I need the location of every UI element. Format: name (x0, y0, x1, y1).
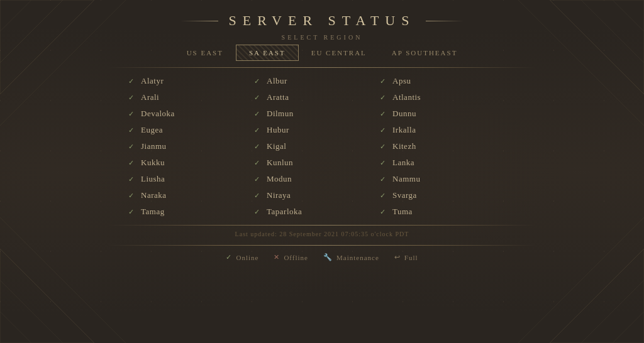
server-name: Eugea (141, 125, 163, 135)
status-check-icon: ✓ (254, 208, 262, 216)
server-name: Jianmu (141, 141, 167, 151)
server-name: Arali (141, 92, 159, 102)
server-name: Kunlun (267, 158, 293, 168)
status-check-icon: ✓ (254, 175, 262, 183)
page-title: SERVER STATUS (180, 13, 463, 29)
server-name: Tuma (392, 207, 413, 217)
tab-eu-central[interactable]: EU CENTRAL (299, 45, 379, 60)
server-item: ✓Aratta (247, 89, 372, 106)
server-name: Apsu (392, 76, 411, 86)
maintenance-label: Maintenance (336, 254, 379, 261)
server-item: ✓Arali (121, 89, 247, 106)
server-item: ✓Hubur (247, 122, 372, 138)
server-name: Svarga (392, 190, 417, 200)
legend-offline: ✕ Offline (274, 253, 308, 261)
status-check-icon: ✓ (254, 159, 262, 167)
status-check-icon: ✓ (128, 192, 136, 200)
server-item: ✓Albur (247, 73, 372, 89)
status-check-icon: ✓ (128, 143, 136, 151)
server-name: Kukku (141, 158, 165, 168)
status-check-icon: ✓ (380, 192, 387, 200)
server-item: ✓Modun (247, 171, 372, 187)
status-check-icon: ✓ (380, 126, 387, 134)
server-item: ✓Lanka (372, 155, 498, 171)
server-item: ✓Irkalla (372, 122, 498, 138)
server-item: ✓Nammu (372, 171, 498, 187)
servers-grid: ✓Alatyr✓Albur✓Apsu✓Arali✓Aratta✓Atlantis… (121, 73, 523, 220)
tab-sa-east[interactable]: SA EAST (236, 45, 299, 61)
tab-ap-southeast[interactable]: AP SOUTHEAST (379, 45, 470, 60)
server-name: Nammu (392, 174, 420, 184)
server-item: ✓Svarga (372, 187, 498, 204)
server-item: ✓Alatyr (121, 73, 247, 89)
legend-maintenance: 🔧 Maintenance (323, 253, 379, 261)
title-line-left (180, 21, 218, 21)
status-check-icon: ✓ (254, 126, 262, 134)
server-name: Hubur (267, 125, 289, 135)
server-item: ✓Kigal (247, 138, 372, 155)
select-region-label: SELECT REGION (282, 34, 363, 41)
status-check-icon: ✓ (128, 77, 136, 85)
region-tabs: US EAST SA EAST EU CENTRAL AP SOUTHEAST (174, 45, 470, 61)
offline-icon: ✕ (274, 253, 280, 261)
server-name: Modun (267, 174, 292, 184)
server-item: ✓Atlantis (372, 89, 498, 106)
server-item: ✓Apsu (372, 73, 498, 89)
server-name: Taparloka (267, 207, 302, 217)
server-item: ✓Devaloka (121, 106, 247, 122)
server-name: Liusha (141, 174, 165, 184)
server-item: ✓Jianmu (121, 138, 247, 155)
offline-label: Offline (284, 254, 308, 261)
page-container: SERVER STATUS SELECT REGION US EAST SA E… (0, 0, 644, 343)
server-name: Tamag (141, 207, 165, 217)
server-name: Devaloka (141, 109, 175, 119)
status-check-icon: ✓ (128, 208, 136, 216)
status-check-icon: ✓ (380, 110, 387, 118)
status-check-icon: ✓ (128, 110, 136, 118)
status-check-icon: ✓ (128, 94, 136, 102)
status-check-icon: ✓ (380, 94, 387, 102)
legend-online: ✓ Online (226, 253, 258, 261)
server-name: Aratta (267, 92, 289, 102)
status-check-icon: ✓ (254, 77, 262, 85)
status-check-icon: ✓ (380, 143, 387, 151)
last-updated: Last updated: 28 September 2021 07:05:35… (235, 231, 409, 237)
status-check-icon: ✓ (380, 77, 387, 85)
server-item: ✓Tuma (372, 204, 498, 220)
server-name: Kitezh (392, 141, 416, 151)
tab-us-east[interactable]: US EAST (174, 45, 236, 60)
server-name: Irkalla (392, 125, 416, 135)
server-item: ✓Dunnu (372, 106, 498, 122)
server-name: Dunnu (392, 109, 416, 119)
server-name: Albur (267, 76, 287, 86)
status-check-icon: ✓ (254, 143, 262, 151)
status-check-icon: ✓ (380, 175, 387, 183)
status-check-icon: ✓ (254, 192, 262, 200)
title-line-right (426, 21, 464, 21)
online-icon: ✓ (226, 253, 232, 261)
server-name: Lanka (392, 158, 414, 168)
server-item: ✓Liusha (121, 171, 247, 187)
server-item: ✓Taparloka (247, 204, 372, 220)
status-check-icon: ✓ (254, 110, 262, 118)
legend-full: ↩ Full (394, 253, 418, 261)
status-check-icon: ✓ (380, 208, 387, 216)
server-item: ✓Dilmun (247, 106, 372, 122)
status-check-icon: ✓ (254, 94, 262, 102)
status-check-icon: ✓ (128, 126, 136, 134)
server-name: Naraka (141, 190, 167, 200)
online-label: Online (236, 254, 258, 261)
server-name: Atlantis (392, 92, 421, 102)
bottom-divider (108, 225, 536, 226)
full-label: Full (404, 254, 418, 261)
server-item: ✓Eugea (121, 122, 247, 138)
status-check-icon: ✓ (128, 175, 136, 183)
server-name: Kigal (267, 141, 286, 151)
server-item: ✓Niraya (247, 187, 372, 204)
top-divider (108, 67, 536, 68)
server-item: ✓Tamag (121, 204, 247, 220)
status-check-icon: ✓ (128, 159, 136, 167)
server-name: Alatyr (141, 76, 164, 86)
maintenance-icon: 🔧 (323, 253, 333, 261)
server-item: ✓Naraka (121, 187, 247, 204)
